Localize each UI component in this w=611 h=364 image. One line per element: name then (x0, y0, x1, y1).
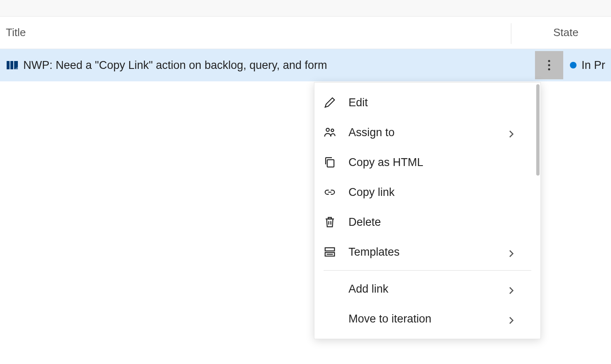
trash-icon (324, 216, 336, 228)
top-toolbar (0, 0, 611, 17)
menu-item-copy-html[interactable]: Copy as HTML (314, 147, 540, 177)
work-item-title: NWP: Need a "Copy Link" action on backlo… (23, 59, 535, 72)
menu-item-copy-link[interactable]: Copy link (314, 177, 540, 207)
svg-rect-9 (325, 248, 335, 251)
svg-point-5 (548, 68, 550, 71)
chevron-right-icon (507, 315, 515, 323)
menu-label: Delete (348, 216, 531, 229)
pencil-icon (324, 96, 336, 109)
menu-item-edit[interactable]: Edit (314, 88, 540, 117)
menu-label: Copy as HTML (348, 156, 531, 169)
menu-item-add-link[interactable]: Add link (314, 274, 540, 304)
menu-label: Templates (348, 246, 507, 259)
more-actions-button[interactable] (535, 51, 563, 79)
copy-icon (324, 156, 336, 169)
svg-rect-1 (10, 61, 13, 69)
svg-point-7 (331, 129, 334, 132)
template-icon (324, 246, 336, 258)
menu-label: Edit (348, 96, 531, 109)
menu-item-assign-to[interactable]: Assign to (314, 117, 540, 147)
chevron-right-icon (507, 128, 515, 137)
work-item-type-icon (6, 60, 19, 70)
svg-rect-8 (327, 160, 334, 167)
svg-rect-0 (7, 61, 10, 69)
menu-label: Copy link (348, 186, 531, 199)
work-item-state-cell: In Pr (567, 59, 605, 72)
more-vertical-icon (548, 60, 550, 71)
svg-point-3 (548, 60, 550, 62)
menu-label: Assign to (348, 126, 507, 139)
chevron-right-icon (507, 248, 515, 256)
menu-label: Move to iteration (348, 313, 507, 325)
chevron-right-icon (507, 285, 515, 293)
menu-item-templates[interactable]: Templates (314, 237, 540, 267)
column-header-title[interactable]: Title (6, 26, 512, 39)
column-header-row: Title State (0, 17, 611, 49)
menu-divider (324, 270, 531, 271)
menu-label: Add link (348, 283, 507, 296)
state-indicator-dot (570, 62, 577, 68)
menu-item-move-iteration[interactable]: Move to iteration (314, 304, 540, 334)
menu-item-delete[interactable]: Delete (314, 207, 540, 237)
svg-point-6 (326, 128, 329, 132)
context-menu: Edit Assign to Copy as HTML (314, 82, 541, 339)
work-item-state-text: In Pr (582, 59, 605, 72)
svg-point-4 (548, 64, 550, 66)
work-item-row[interactable]: NWP: Need a "Copy Link" action on backlo… (0, 49, 611, 81)
column-divider (511, 23, 511, 44)
column-header-state[interactable]: State (512, 26, 579, 39)
link-icon (324, 186, 336, 198)
people-icon (324, 126, 336, 139)
